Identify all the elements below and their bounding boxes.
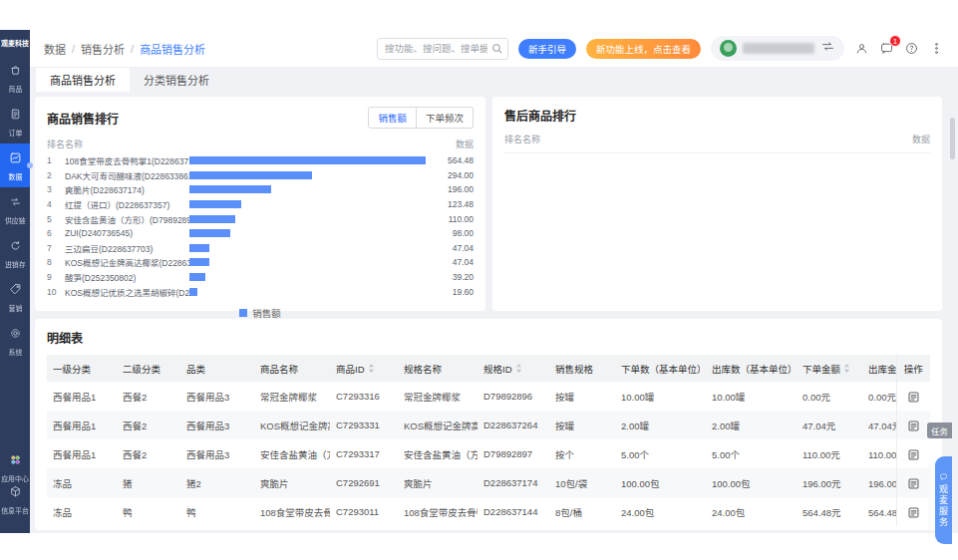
bar[interactable]: [189, 156, 426, 164]
row-action-button[interactable]: [905, 473, 922, 492]
rank: 5: [47, 214, 65, 224]
messages-icon[interactable]: 1: [879, 41, 894, 56]
sidebar-item-info-platform[interactable]: 信息平台: [0, 489, 30, 533]
cell: C7292691: [330, 468, 398, 497]
scrollbar-thumb[interactable]: [950, 118, 955, 159]
service-label: 观麦服务: [937, 484, 950, 528]
switch-account-icon[interactable]: [820, 39, 835, 58]
rank: 8: [47, 257, 65, 267]
cell: C7293331: [330, 411, 398, 439]
sidebar-spacer: [0, 363, 30, 445]
col-header: 品类: [180, 355, 254, 382]
sidebar-item-marketing[interactable]: 营销: [0, 275, 30, 319]
chat-icon: [939, 472, 948, 481]
bar[interactable]: [189, 200, 241, 208]
customer-service-icon[interactable]: [854, 41, 869, 56]
avatar: [720, 40, 737, 57]
legend-label: 销售额: [252, 306, 281, 320]
username-redacted: [743, 43, 814, 54]
tab-category-sales-analysis[interactable]: 分类销售分析: [130, 68, 223, 92]
bar[interactable]: [189, 244, 209, 252]
chart-row: 1108食堂带皮去骨鸭掌1(D228637144)564.48: [47, 153, 474, 168]
sidebar-item-data[interactable]: 数据: [0, 143, 30, 187]
col-header-actions: 操作: [896, 355, 930, 382]
value: 47.04: [426, 243, 474, 253]
col-header-sortable[interactable]: 下单金额: [797, 355, 862, 382]
toggle-order-frequency[interactable]: 下单频次: [417, 107, 474, 129]
help-icon[interactable]: [904, 41, 919, 56]
sidebar-item-supply-chain[interactable]: 供应链: [0, 187, 30, 231]
task-tag[interactable]: 任务: [927, 422, 952, 438]
guide-button[interactable]: 新手引导: [518, 39, 576, 59]
product-name: 安佳含盐黄油（方形）(D79892897): [65, 213, 189, 225]
cell: 西餐2: [117, 382, 180, 411]
cell: D228637144: [478, 497, 549, 526]
row-action-button[interactable]: [905, 444, 922, 463]
new-feature-button[interactable]: 新功能上线，点击查看: [586, 39, 701, 59]
orders-icon: [9, 107, 22, 125]
rank-column-headers: 排名 名称 数据: [47, 138, 474, 150]
cell: 冻品: [47, 497, 117, 526]
sidebar-item-system[interactable]: 系统: [0, 319, 30, 363]
breadcrumb: 数据 / 销售分析 / 商品销售分析: [44, 41, 205, 57]
col-header: 一级分类: [47, 355, 117, 382]
sidebar-item-goods[interactable]: 商品: [0, 56, 30, 100]
sales-rank-chart: 1108食堂带皮去骨鸭掌1(D228637144)564.48 2DAK大可寿司…: [47, 153, 474, 299]
card-title: 商品销售排行: [47, 110, 119, 127]
data-icon: [9, 150, 22, 168]
col-header-sortable[interactable]: 规格ID: [478, 355, 549, 382]
sidebar-item-label: 供应链: [5, 214, 26, 224]
sidebar: 观麦科技 商品 订单 数据 供应链 进销存 营销 系统: [0, 30, 30, 533]
service-button[interactable]: 观麦服务: [935, 456, 952, 544]
col-header-sortable[interactable]: 商品ID: [330, 355, 398, 382]
bar[interactable]: [189, 288, 197, 296]
cell: 鸭: [180, 497, 254, 526]
sort-icon: [368, 363, 375, 374]
chart-legend[interactable]: 销售额: [47, 306, 474, 320]
sidebar-item-label: 订单: [8, 127, 22, 137]
sidebar-item-app-center[interactable]: 应用中心: [0, 445, 30, 489]
search-icon[interactable]: [490, 42, 503, 55]
cell: 24.00包: [615, 497, 706, 526]
col-header-sortable[interactable]: 下单数（基本单位）: [615, 355, 706, 382]
more-icon[interactable]: [929, 41, 944, 56]
table-row: 西餐用品1西餐2西餐用品3KOS概想记金牌高达椰浆C7293331KOS概想记金…: [47, 411, 930, 439]
breadcrumb-item[interactable]: 数据: [44, 41, 66, 57]
bar[interactable]: [189, 185, 271, 193]
col-header: 二级分类: [117, 355, 180, 382]
product-name: 108食堂带皮去骨鸭掌1(D228637144): [65, 154, 189, 166]
user-menu[interactable]: [711, 36, 844, 61]
rank: 1: [47, 155, 65, 165]
cell: 10.00罐: [615, 382, 706, 411]
tab-product-sales-analysis[interactable]: 商品销售分析: [36, 68, 130, 92]
cell: 按罐: [549, 411, 615, 439]
cell: 常冠金牌椰浆: [254, 382, 330, 411]
rank: 3: [47, 184, 65, 194]
breadcrumb-item[interactable]: 销售分析: [81, 41, 125, 57]
cell: 西餐2: [117, 439, 180, 468]
bar[interactable]: [189, 171, 312, 179]
cell: 安佳含盐黄油（方形）: [398, 439, 478, 468]
bar[interactable]: [189, 258, 209, 266]
bar[interactable]: [189, 273, 205, 281]
row-action-button[interactable]: [905, 502, 922, 521]
chart-row: 6ZUI(D240736545)98.00: [47, 226, 474, 241]
sidebar-item-inventory[interactable]: 进销存: [0, 231, 30, 275]
col-value: 数据: [912, 133, 930, 145]
cell: 按罐: [549, 382, 615, 411]
report-icon: [907, 448, 920, 461]
rank-column-headers: 排名 名称 数据: [504, 133, 930, 153]
row-action-button[interactable]: [905, 387, 922, 406]
info-platform-icon: [9, 484, 22, 502]
after-sales-rank-card: 售后商品排行 排名 名称 数据: [492, 97, 942, 311]
search-input[interactable]: [377, 38, 508, 60]
row-action-button[interactable]: [905, 416, 922, 434]
bar[interactable]: [189, 229, 230, 237]
col-header-sortable[interactable]: 出库数（基本单位）: [706, 355, 797, 382]
col-name: 名称: [65, 138, 189, 150]
toggle-sales-amount[interactable]: 销售额: [368, 107, 417, 129]
cell: 196.00元: [862, 468, 896, 497]
bar[interactable]: [189, 215, 235, 223]
sidebar-item-orders[interactable]: 订单: [0, 100, 30, 143]
product-name: ZUI(D240736545): [65, 228, 189, 238]
